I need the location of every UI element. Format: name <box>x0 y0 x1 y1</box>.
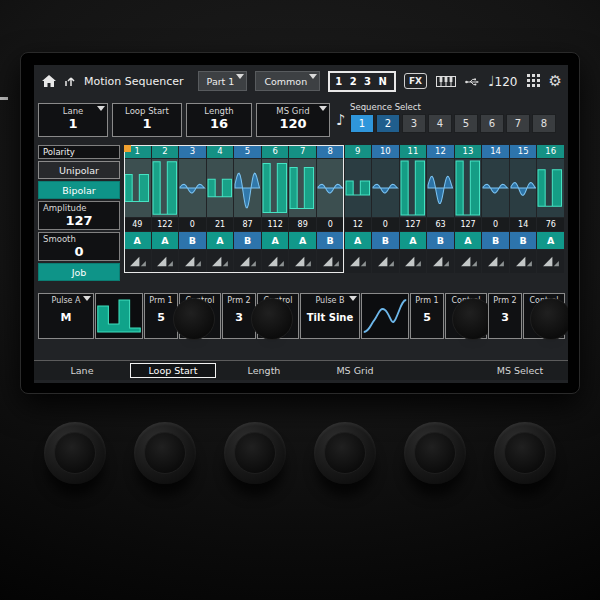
step-value[interactable]: 76 <box>537 218 564 231</box>
pulse-b-prm2[interactable]: Prm 2 3 <box>488 293 522 339</box>
step-type-button[interactable]: A <box>455 232 482 249</box>
amplitude-param[interactable]: Amplitude 127 <box>38 201 120 230</box>
step-value[interactable]: 0 <box>317 218 344 231</box>
step-waveform[interactable] <box>372 159 399 217</box>
scene-indicator[interactable]: 1 2 3 N <box>328 71 396 92</box>
sequence-select-button-6[interactable]: 6 <box>480 114 504 133</box>
step-waveform[interactable] <box>124 159 151 217</box>
step-curve-button[interactable] <box>124 250 151 273</box>
step-waveform[interactable] <box>455 159 482 217</box>
step-value[interactable]: 112 <box>262 218 289 231</box>
job-button[interactable]: Job <box>38 263 120 281</box>
sequence-select-button-5[interactable]: 5 <box>454 114 478 133</box>
step-type-button[interactable]: A <box>289 232 316 249</box>
grid-menu-icon[interactable] <box>527 72 540 91</box>
step-waveform[interactable] <box>179 159 206 217</box>
step-waveform[interactable] <box>482 159 509 217</box>
step-value[interactable]: 87 <box>234 218 261 231</box>
step-value[interactable]: 14 <box>510 218 537 231</box>
step-curve-button[interactable] <box>207 250 234 273</box>
sequence-select-button-7[interactable]: 7 <box>506 114 530 133</box>
step-value[interactable]: 122 <box>152 218 179 231</box>
step-type-button[interactable]: B <box>427 232 454 249</box>
bottom-tab-loop-start[interactable]: Loop Start <box>130 363 216 378</box>
pulse-b-control1-toggle[interactable] <box>453 312 480 326</box>
step-type-button[interactable]: A <box>207 232 234 249</box>
step-curve-button[interactable] <box>289 250 316 273</box>
ms-grid-param[interactable]: MS Grid 120 <box>256 103 330 137</box>
step-curve-button[interactable] <box>482 250 509 273</box>
step-waveform[interactable] <box>207 159 234 217</box>
bottom-tab-ms-select[interactable]: MS Select <box>477 363 563 378</box>
step-type-button[interactable]: A <box>345 232 372 249</box>
lane-param[interactable]: Lane 1 <box>38 103 108 137</box>
bottom-tab-ms-grid[interactable]: MS Grid <box>312 363 398 378</box>
step-curve-button[interactable] <box>317 250 344 273</box>
rotary-knob-2[interactable] <box>134 422 196 484</box>
loop-start-param[interactable]: Loop Start 1 <box>112 103 182 137</box>
navigate-up-icon[interactable] <box>64 72 76 91</box>
step-curve-button[interactable] <box>400 250 427 273</box>
sequence-select-button-3[interactable]: 3 <box>402 114 426 133</box>
step-curve-button[interactable] <box>345 250 372 273</box>
step-type-button[interactable]: B <box>482 232 509 249</box>
step-type-button[interactable]: B <box>179 232 206 249</box>
fx-icon[interactable]: FX <box>404 73 427 89</box>
rotary-knob-6[interactable] <box>494 422 556 484</box>
home-icon[interactable] <box>42 72 56 91</box>
part-select-button[interactable]: Part 1 <box>198 71 248 91</box>
step-waveform[interactable] <box>152 159 179 217</box>
step-curve-button[interactable] <box>152 250 179 273</box>
step-type-button[interactable]: B <box>510 232 537 249</box>
step-waveform[interactable] <box>345 159 372 217</box>
pulse-a-control1-toggle[interactable] <box>187 312 214 326</box>
bipolar-button[interactable]: Bipolar <box>38 181 120 199</box>
step-type-button[interactable]: B <box>234 232 261 249</box>
gear-icon[interactable]: ⚙ <box>549 74 562 89</box>
sequence-select-button-2[interactable]: 2 <box>376 114 400 133</box>
step-curve-button[interactable] <box>537 250 564 273</box>
step-value[interactable]: 63 <box>427 218 454 231</box>
step-value[interactable]: 127 <box>400 218 427 231</box>
step-type-button[interactable]: A <box>262 232 289 249</box>
rotary-knob-4[interactable] <box>314 422 376 484</box>
pulse-a-select[interactable]: Pulse A M <box>38 293 94 339</box>
step-value[interactable]: 89 <box>289 218 316 231</box>
bottom-tab-length[interactable]: Length <box>221 363 307 378</box>
pulse-b-select[interactable]: Pulse B Tilt Sine <box>300 293 360 339</box>
length-param[interactable]: Length 16 <box>186 103 252 137</box>
step-curve-button[interactable] <box>179 250 206 273</box>
step-waveform[interactable] <box>427 159 454 217</box>
sequence-select-button-1[interactable]: 1 <box>350 114 374 133</box>
bottom-tab-lane[interactable]: Lane <box>39 363 125 378</box>
pulse-b-prm1[interactable]: Prm 1 5 <box>410 293 444 339</box>
step-type-button[interactable]: A <box>400 232 427 249</box>
step-curve-button[interactable] <box>262 250 289 273</box>
step-curve-button[interactable] <box>427 250 454 273</box>
step-value[interactable]: 0 <box>482 218 509 231</box>
step-value[interactable]: 0 <box>372 218 399 231</box>
keyboard-icon[interactable] <box>436 72 456 91</box>
step-value[interactable]: 12 <box>345 218 372 231</box>
smooth-param[interactable]: Smooth 0 <box>38 232 120 261</box>
step-waveform[interactable] <box>262 159 289 217</box>
tempo-display[interactable]: ♩120 <box>488 74 518 89</box>
step-waveform[interactable] <box>510 159 537 217</box>
step-curve-button[interactable] <box>234 250 261 273</box>
step-waveform[interactable] <box>289 159 316 217</box>
step-curve-button[interactable] <box>372 250 399 273</box>
step-type-button[interactable]: A <box>124 232 151 249</box>
step-waveform[interactable] <box>400 159 427 217</box>
pulse-a-control2-toggle[interactable] <box>265 312 292 326</box>
pulse-b-control2-toggle[interactable] <box>531 312 558 326</box>
step-value[interactable]: 49 <box>124 218 151 231</box>
rotary-knob-5[interactable] <box>404 422 466 484</box>
step-type-button[interactable]: A <box>152 232 179 249</box>
common-select-button[interactable]: Common <box>255 71 320 91</box>
rotary-knob-1[interactable] <box>44 422 106 484</box>
step-waveform[interactable] <box>537 159 564 217</box>
sequence-select-button-8[interactable]: 8 <box>532 114 556 133</box>
step-value[interactable]: 21 <box>207 218 234 231</box>
step-type-button[interactable]: B <box>317 232 344 249</box>
step-value[interactable]: 127 <box>455 218 482 231</box>
